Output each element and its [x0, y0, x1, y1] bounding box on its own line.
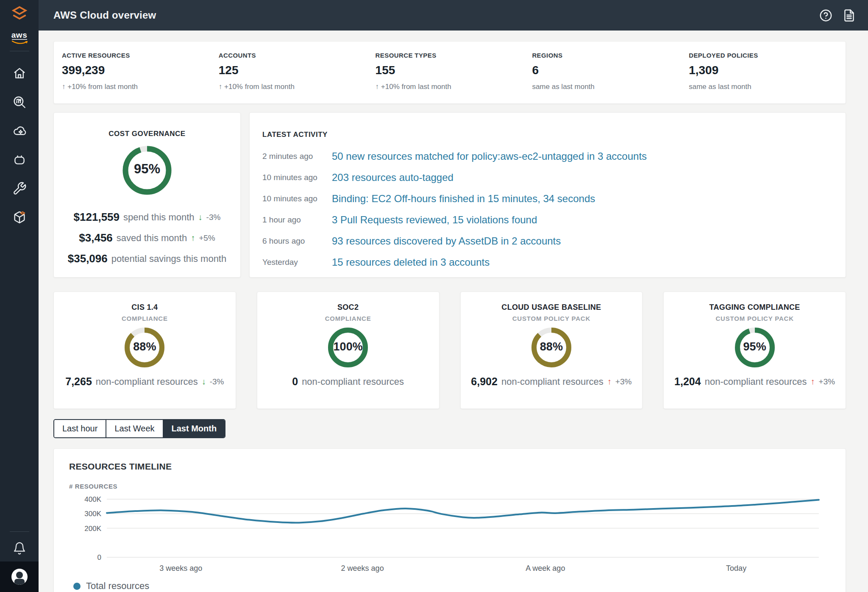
compliance-card-title: TAGGING COMPLIANCE: [664, 303, 846, 312]
compliance-card: TAGGING COMPLIANCECUSTOM POLICY PACK95%1…: [663, 292, 846, 409]
activity-link[interactable]: 3 Pull Requests reviewed, 15 violations …: [332, 214, 537, 226]
time-range-filter: Last hour Last Week Last Month: [53, 419, 225, 438]
compliance-percent: 100%: [328, 340, 368, 353]
content-area: ACTIVE RESOURCES 399,239 ↑ +10% from las…: [39, 31, 868, 592]
compliance-card-title: SOC2: [257, 303, 439, 312]
y-tick-label: 200K: [84, 525, 101, 533]
non-compliant-row: 0non-compliant resources: [257, 375, 439, 388]
y-tick-label: 0: [97, 553, 101, 561]
activity-timestamp: 6 hours ago: [262, 236, 332, 246]
legend-label: Total resources: [86, 581, 149, 592]
stat-resource-types: RESOURCE TYPES 155 ↑ +10% from last mont…: [376, 52, 532, 103]
aws-logo-icon[interactable]: aws: [10, 31, 29, 45]
compliance-card-subtitle: COMPLIANCE: [54, 315, 236, 322]
non-compliant-row: 6,902non-compliant resources↑+3%: [461, 375, 643, 388]
activity-timestamp: 10 minutes ago: [262, 173, 332, 182]
activity-link[interactable]: 50 new resources matched for policy:aws-…: [332, 150, 647, 162]
saved-row: $3,456 saved this month ↑ +5%: [54, 228, 240, 248]
sidebar-item-insights[interactable]: [0, 88, 39, 117]
notifications-button[interactable]: [0, 535, 39, 561]
activity-row: 2 minutes ago50 new resources matched fo…: [262, 146, 846, 167]
compliance-card: CIS 1.4COMPLIANCE88%7,265non-compliant r…: [53, 292, 236, 409]
legend-dot-icon: [73, 583, 81, 590]
activity-link[interactable]: 203 resources auto-tagged: [332, 172, 453, 183]
help-icon[interactable]: [819, 8, 833, 22]
activity-row: 1 hour ago3 Pull Requests reviewed, 15 v…: [262, 209, 846, 231]
trend-icon: ↑: [811, 377, 815, 386]
user-avatar[interactable]: [11, 569, 28, 585]
spend-row: $121,559 spend this month ↓ -3%: [54, 207, 240, 228]
chart-legend: Total resources: [73, 581, 846, 592]
total-resources-line: [107, 500, 819, 523]
activity-timestamp: 2 minutes ago: [262, 152, 332, 161]
sidebar-item-home[interactable]: [0, 59, 39, 88]
document-icon[interactable]: [842, 8, 856, 22]
non-compliant-row: 1,204non-compliant resources↑+3%: [664, 375, 846, 388]
activity-row: Yesterday15 resources deleted in 3 accou…: [262, 252, 846, 273]
home-icon: [12, 66, 27, 81]
topbar: AWS Cloud overview: [39, 0, 868, 31]
compliance-card-subtitle: CUSTOM POLICY PACK: [664, 315, 846, 322]
trend-icon: ↑: [607, 377, 612, 386]
trend-down-icon: ↓: [198, 212, 203, 222]
x-axis-label: Today: [726, 564, 746, 573]
account-section: [0, 561, 39, 592]
stat-accounts: ACCOUNTS 125 ↑ +10% from last month: [219, 52, 376, 103]
activity-timestamp: 1 hour ago: [262, 215, 332, 225]
activity-row: 6 hours ago93 resources discovered by As…: [262, 231, 846, 252]
robot-icon: [12, 153, 27, 167]
activity-row: 10 minutes agoBinding: EC2 Off-hours fin…: [262, 188, 846, 209]
x-axis-label: 2 weeks ago: [341, 564, 384, 573]
non-compliant-row: 7,265non-compliant resources↓-3%: [54, 375, 236, 388]
compliance-card: CLOUD USAGE BASELINECUSTOM POLICY PACK88…: [460, 292, 643, 409]
compliance-card-subtitle: COMPLIANCE: [257, 315, 439, 322]
latest-activity-card: LATEST ACTIVITY 2 minutes ago50 new reso…: [249, 112, 846, 278]
sidebar: aws: [0, 0, 39, 592]
activity-link[interactable]: 93 resources discovered by AssetDB in 2 …: [332, 235, 561, 247]
sidebar-item-packages[interactable]: [0, 203, 39, 232]
summary-stats-card: ACTIVE RESOURCES 399,239 ↑ +10% from las…: [53, 41, 846, 104]
compliance-percent: 88%: [531, 340, 572, 353]
activity-timestamp: 10 minutes ago: [262, 194, 332, 203]
cloud-gear-icon: [12, 124, 27, 138]
up-arrow-icon: ↑: [62, 83, 66, 91]
filter-last-week[interactable]: Last Week: [106, 420, 163, 437]
filter-last-month[interactable]: Last Month: [164, 420, 225, 437]
sidebar-item-cloud-ops[interactable]: [0, 117, 39, 145]
package-icon: [12, 210, 27, 225]
activity-link[interactable]: Binding: EC2 Off-hours finished in 15 mi…: [332, 193, 595, 205]
trend-icon: ↓: [202, 377, 206, 386]
up-arrow-icon: ↑: [219, 83, 223, 91]
filter-last-hour[interactable]: Last hour: [54, 420, 106, 437]
y-tick-label: 300K: [84, 510, 101, 518]
stat-regions: REGIONS 6 same as last month: [532, 52, 689, 103]
compliance-card-title: CIS 1.4: [54, 303, 236, 312]
cost-governance-percent: 95%: [122, 161, 172, 177]
bell-icon: [13, 542, 26, 555]
cost-governance-title: COST GOVERNANCE: [54, 130, 240, 138]
sidebar-divider: [10, 531, 29, 532]
timeline-y-axis-label: # RESOURCES: [69, 483, 846, 490]
compliance-card-title: CLOUD USAGE BASELINE: [461, 303, 643, 312]
sidebar-item-tools[interactable]: [0, 174, 39, 203]
y-tick-label: 400K: [84, 495, 101, 503]
timeline-title: RESOURCES TIMELINE: [69, 461, 846, 472]
page-title: AWS Cloud overview: [53, 9, 156, 21]
up-arrow-icon: ↑: [376, 83, 379, 91]
potential-savings-row: $35,096 potential savings this month: [54, 248, 240, 269]
activity-link[interactable]: 15 resources deleted in 3 accounts: [332, 256, 490, 268]
stat-active-resources: ACTIVE RESOURCES 399,239 ↑ +10% from las…: [62, 52, 219, 103]
latest-activity-title: LATEST ACTIVITY: [262, 131, 846, 139]
compliance-card-subtitle: CUSTOM POLICY PACK: [461, 315, 643, 322]
stacklet-logo-icon: [10, 5, 29, 25]
cost-governance-card: COST GOVERNANCE 95% $121,559 spend this …: [53, 112, 241, 278]
sidebar-divider: [10, 51, 29, 51]
chart-search-icon: [12, 95, 27, 109]
timeline-chart: 400K300K200K03 weeks ago2 weeks agoA wee…: [69, 491, 836, 574]
activity-row: 10 minutes ago203 resources auto-tagged: [262, 167, 846, 188]
activity-timestamp: Yesterday: [262, 258, 332, 267]
resources-timeline-card: RESOURCES TIMELINE # RESOURCES 400K300K2…: [53, 448, 846, 592]
stat-deployed-policies: DEPLOYED POLICIES 1,309 same as last mon…: [689, 52, 846, 103]
sidebar-item-automation[interactable]: [0, 145, 39, 174]
compliance-percent: 95%: [734, 340, 775, 353]
